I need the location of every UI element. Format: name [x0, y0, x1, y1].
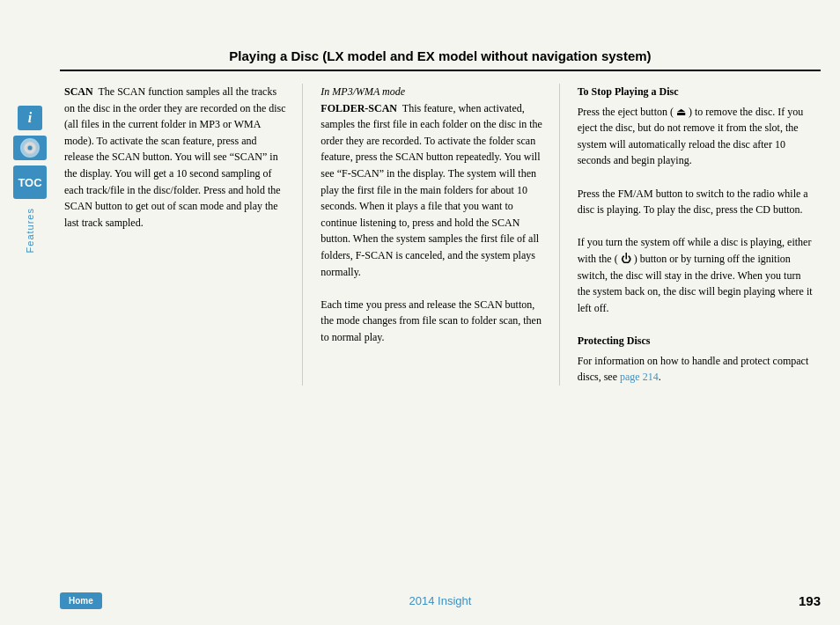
folder-scan-para2: Each time you press and release the SCAN…: [321, 297, 542, 346]
content-columns: SCAN The SCAN function samples all the t…: [60, 84, 821, 386]
features-label: Features: [25, 208, 35, 253]
column-3: To Stop Playing a Disc Press the eject b…: [578, 84, 816, 386]
footer-title: 2014 Insight: [409, 594, 472, 607]
scan-heading: SCAN: [64, 85, 93, 98]
toc-button[interactable]: TOC: [13, 165, 47, 199]
home-button[interactable]: Home: [60, 592, 102, 609]
main-content: Playing a Disc (LX model and EX model wi…: [60, 48, 821, 572]
column-1: SCAN The SCAN function samples all the t…: [64, 84, 303, 386]
column-2: In MP3/WMA mode FOLDER-SCAN This feature…: [321, 84, 559, 386]
folder-scan-heading: FOLDER-SCAN: [321, 102, 397, 114]
sidebar: i TOC Features: [0, 106, 60, 253]
scan-content: The SCAN function samples all the tracks…: [64, 85, 286, 229]
protecting-discs-heading: Protecting Discs: [578, 333, 816, 349]
footer: Home 2014 Insight 193: [60, 592, 821, 609]
cd-icon[interactable]: [13, 136, 47, 160]
page: i TOC Features Playing a Disc (LX model …: [0, 0, 840, 625]
page-214-link[interactable]: page 214: [620, 371, 659, 383]
stop-playing-para1: Press the eject button ( ⏏ ) to remove t…: [578, 104, 816, 169]
page-number: 193: [799, 593, 821, 608]
stop-playing-para3: If you turn the system off while a disc …: [578, 234, 816, 316]
info-icon[interactable]: i: [18, 106, 42, 130]
cd-disc-graphic: [20, 138, 40, 158]
page-title-container: Playing a Disc (LX model and EX model wi…: [60, 48, 821, 71]
folder-scan-intro: This feature, when activated, samples th…: [321, 102, 542, 278]
protecting-discs-para: For information on how to handle and pro…: [578, 353, 816, 386]
page-title: Playing a Disc (LX model and EX model wi…: [229, 48, 651, 63]
mp3-mode-label: In MP3/WMA mode: [321, 84, 542, 100]
stop-playing-heading: To Stop Playing a Disc: [578, 84, 816, 100]
stop-playing-para2: Press the FM/AM button to switch to the …: [578, 186, 816, 218]
